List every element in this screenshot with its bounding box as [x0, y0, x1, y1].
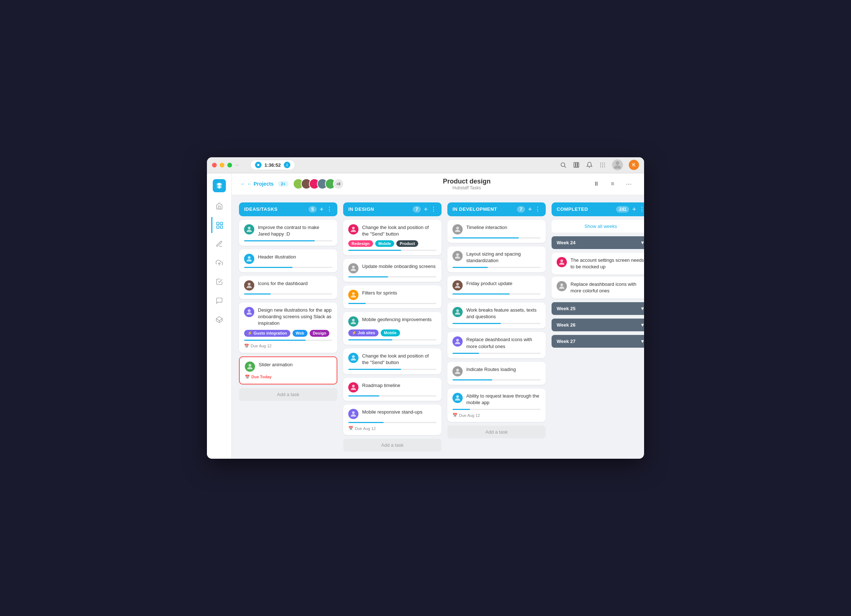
card-title-20: The account settings screen needs to be … [570, 257, 644, 270]
svg-rect-15 [217, 222, 219, 225]
column-add-indesign[interactable]: + [424, 206, 428, 213]
calendar-overdue-icon: 📅 [245, 375, 250, 379]
add-task-indevelopment[interactable]: Add a task [447, 426, 546, 438]
week-group-25[interactable]: Week 25 ▼ [552, 302, 644, 315]
column-menu-indevelopment[interactable]: ⋮ [535, 207, 541, 212]
back-to-projects[interactable]: ← ← Projects [241, 181, 274, 187]
card-title-4: Design new illustrations for the app onb… [258, 307, 332, 327]
card-indicate-routes[interactable]: Indicate Routes loading [447, 362, 546, 385]
list-view-button[interactable]: ≡ [607, 178, 618, 189]
card-title-2: Header illustration [258, 254, 332, 260]
maximize-button[interactable] [227, 163, 232, 168]
week-group-24[interactable]: Week 24 ▼ [552, 236, 644, 249]
column-menu-ideas[interactable]: ⋮ [326, 207, 332, 212]
card-timeline-interaction[interactable]: Timeline interaction [447, 220, 546, 243]
calendar-icon-12: 📅 [348, 426, 353, 431]
card-avatar-14 [453, 251, 463, 261]
sidebar-item-stack[interactable] [211, 312, 227, 328]
card-layout-sizing[interactable]: Layout sizing and spacing standardizatio… [447, 246, 546, 272]
sidebar-item-check[interactable] [211, 274, 227, 290]
column-count-ideas: 5 [308, 206, 317, 213]
nav-back-icon[interactable]: ← [235, 162, 240, 168]
minimize-button[interactable] [220, 163, 224, 168]
column-add-completed[interactable]: + [632, 206, 636, 213]
card-avatar-21 [557, 281, 567, 291]
card-icons-dashboard[interactable]: Icons for the dashboard [239, 276, 337, 299]
search-icon[interactable] [559, 161, 567, 169]
add-task-indesign[interactable]: Add a task [343, 439, 442, 451]
svg-point-31 [352, 411, 355, 414]
card-header-illustration[interactable]: Header illustration [239, 249, 337, 272]
card-account-settings[interactable]: The account settings screen needs to be … [552, 253, 644, 274]
completed-cards-week24: The account settings screen needs to be … [552, 253, 644, 299]
timer-info-icon[interactable]: i [284, 162, 290, 168]
tag-jobsites: ⚡ Job sites [348, 330, 379, 336]
sidebar-item-pen[interactable] [211, 236, 227, 252]
card-improve-contrast[interactable]: Improve the contrast to make Jared happy… [239, 220, 337, 246]
card-tags-9: ⚡ Job sites Mobile [348, 330, 436, 336]
column-add-ideas[interactable]: + [319, 206, 323, 213]
sidebar-item-upload[interactable] [211, 255, 227, 271]
titlebar-actions: K [559, 159, 639, 170]
timer-widget[interactable]: 1:36:52 i [250, 160, 295, 170]
columns-icon[interactable] [573, 161, 580, 169]
app-logo[interactable] [213, 179, 226, 192]
svg-point-23 [248, 309, 250, 312]
card-replace-icons-dev[interactable]: Replace deashboard icons with more color… [447, 332, 546, 358]
back-arrow-icon: ← [241, 181, 245, 187]
apps-grid-icon[interactable] [599, 161, 606, 169]
card-title-18: Indicate Routes loading [466, 366, 541, 373]
column-count-indevelopment: 7 [517, 206, 525, 213]
card-mobile-standups[interactable]: Mobile responsive stand-ups 📅 Due Aug 12 [343, 405, 442, 435]
more-options-button[interactable]: ⋯ [622, 178, 635, 190]
close-button[interactable] [212, 163, 217, 168]
column-completed: COMPLETED 241 + ⋮ Show all weeks Week 24… [552, 202, 644, 348]
svg-point-9 [602, 165, 603, 165]
card-avatar-11 [348, 382, 358, 393]
current-user-avatar[interactable]: K [629, 160, 639, 170]
bell-icon[interactable] [586, 161, 593, 169]
column-count-completed: 241 [616, 206, 629, 213]
sidebar [207, 173, 232, 459]
column-header-indevelopment: IN DEVELOPMENT 7 + ⋮ [447, 202, 546, 216]
show-all-weeks[interactable]: Show all weeks [552, 220, 644, 232]
column-menu-indesign[interactable]: ⋮ [431, 207, 436, 212]
card-avatar-17 [453, 336, 463, 346]
card-request-leave[interactable]: Ability to request leave through the mob… [447, 388, 546, 422]
card-geofencing[interactable]: Mobile geofencing improvements ⚡ Job sit… [343, 312, 442, 345]
column-title-ideas: IDEAS/TASKS [244, 207, 306, 212]
card-roadmap-timeline[interactable]: Roadmap timeline [343, 378, 442, 401]
svg-point-7 [604, 163, 605, 163]
column-indesign: IN DESIGN 7 + ⋮ Change the look and posi… [343, 202, 442, 452]
card-send-button-2[interactable]: Change the look and position of the "Sen… [343, 348, 442, 374]
svg-line-1 [564, 166, 566, 168]
column-menu-completed[interactable]: ⋮ [639, 207, 644, 212]
pause-button[interactable]: ⏸ [590, 178, 603, 189]
card-friday-update[interactable]: Friday product update [447, 276, 546, 299]
sidebar-item-home[interactable] [211, 198, 227, 214]
tag-redesign: Redesign [348, 240, 373, 247]
column-title-indesign: IN DESIGN [348, 207, 410, 212]
card-filters-sprints[interactable]: Filters for sprints [343, 285, 442, 308]
card-avatar-10 [348, 353, 358, 363]
card-mobile-onboarding[interactable]: Update mobile onboarding screens [343, 259, 442, 282]
card-slider-animation[interactable]: Slider animation 📅 Due Today [239, 357, 337, 384]
card-design-illustrations[interactable]: Design new illustrations for the app onb… [239, 303, 337, 353]
user-avatar[interactable] [612, 159, 623, 170]
column-header-completed: COMPLETED 241 + ⋮ [552, 202, 644, 216]
card-send-button[interactable]: Change the look and position of the "Sen… [343, 220, 442, 255]
card-title-13: Timeline interaction [466, 224, 541, 231]
card-work-breaks[interactable]: Work breaks feature assets, texts and qu… [447, 303, 546, 328]
card-title-10: Change the look and position of the "Sen… [362, 353, 436, 366]
svg-point-5 [600, 163, 601, 163]
sidebar-item-projects[interactable] [211, 217, 227, 233]
week-group-27[interactable]: Week 27 ▼ [552, 335, 644, 348]
column-add-indevelopment[interactable]: + [528, 206, 532, 213]
sidebar-item-message[interactable] [211, 293, 227, 309]
calendar-icon-19: 📅 [453, 413, 457, 418]
add-task-ideas[interactable]: Add a task [239, 388, 337, 401]
tag-design: Design [310, 330, 330, 337]
svg-point-10 [604, 165, 605, 165]
card-replace-icons-completed[interactable]: Replace deashboard icons with more color… [552, 277, 644, 298]
week-group-26[interactable]: Week 26 ▼ [552, 319, 644, 331]
